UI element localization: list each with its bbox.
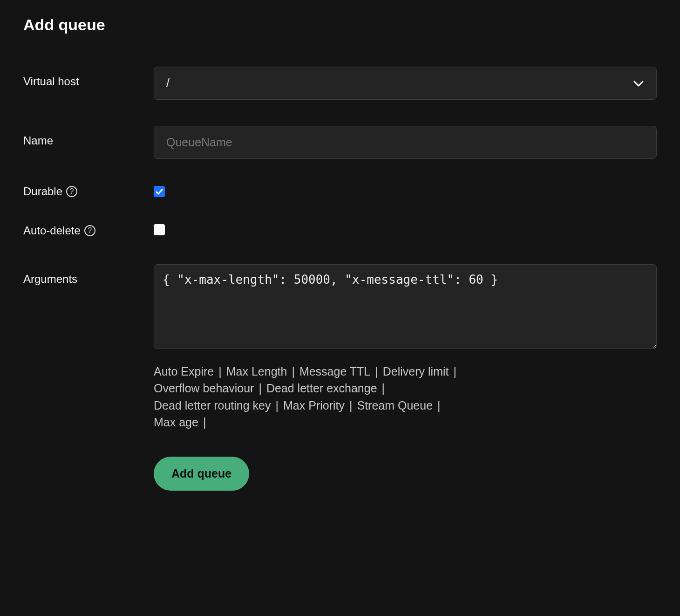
arguments-textarea[interactable] xyxy=(154,264,657,349)
field-row-durable: Durable ? xyxy=(23,185,657,198)
argument-hint-link[interactable]: Dead letter exchange xyxy=(266,380,377,397)
arguments-label: Arguments xyxy=(23,273,77,286)
name-input[interactable] xyxy=(154,126,657,159)
argument-hint-link[interactable]: Delivery limit xyxy=(383,363,449,380)
virtual-host-label: Virtual host xyxy=(23,75,79,88)
virtual-host-select-wrapper[interactable] xyxy=(154,67,657,100)
argument-hints: Auto Expire|Max Length|Message TTL|Deliv… xyxy=(154,363,480,431)
argument-hint-separator: | xyxy=(345,397,357,414)
argument-hint-separator: | xyxy=(214,363,226,380)
argument-hint-separator: | xyxy=(433,397,445,414)
field-row-auto-delete: Auto-delete ? xyxy=(23,224,657,238)
add-queue-button[interactable]: Add queue xyxy=(154,457,249,491)
field-row-virtual-host: Virtual host xyxy=(23,67,657,100)
field-row-name: Name xyxy=(23,126,657,159)
argument-hint-link[interactable]: Overflow behaviour xyxy=(154,380,254,397)
argument-hint-separator: | xyxy=(449,363,461,380)
argument-hint-link[interactable]: Max Length xyxy=(226,363,287,380)
auto-delete-label: Auto-delete xyxy=(23,224,81,237)
durable-label: Durable xyxy=(23,185,62,198)
argument-hint-separator: | xyxy=(370,363,383,380)
check-icon xyxy=(156,185,163,198)
name-label: Name xyxy=(23,134,53,147)
help-icon[interactable]: ? xyxy=(66,186,77,197)
argument-hint-link[interactable]: Auto Expire xyxy=(154,363,214,380)
field-row-arguments: Arguments Auto Expire|Max Length|Message… xyxy=(23,264,657,431)
argument-hint-separator: | xyxy=(271,397,284,414)
argument-hint-link[interactable]: Dead letter routing key xyxy=(154,397,271,414)
virtual-host-select[interactable] xyxy=(154,67,657,100)
argument-hint-separator: | xyxy=(377,380,390,397)
argument-hint-separator: | xyxy=(287,363,299,380)
submit-row: Add queue xyxy=(23,447,657,491)
argument-hint-link[interactable]: Message TTL xyxy=(299,363,370,380)
argument-hint-separator: | xyxy=(198,414,211,431)
argument-hint-link[interactable]: Stream Queue xyxy=(357,397,433,414)
auto-delete-checkbox[interactable] xyxy=(154,224,165,235)
argument-hint-link[interactable]: Max Priority xyxy=(283,397,345,414)
argument-hint-separator: | xyxy=(254,380,266,397)
argument-hint-link[interactable]: Max age xyxy=(154,414,198,431)
page-title: Add queue xyxy=(23,16,657,34)
durable-checkbox[interactable] xyxy=(154,186,165,197)
help-icon[interactable]: ? xyxy=(84,225,95,236)
